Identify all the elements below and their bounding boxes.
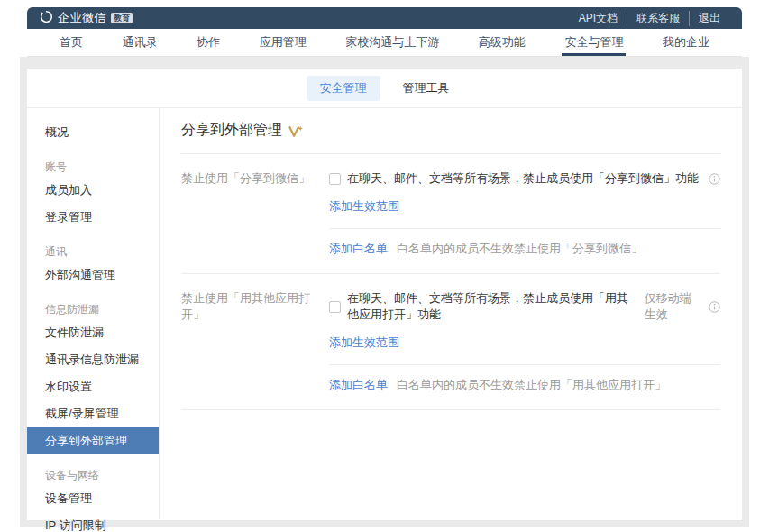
nav-school-communication[interactable]: 家校沟通与上下游 [345, 29, 439, 56]
sidebar-item-member-join[interactable]: 成员加入 [27, 177, 159, 204]
section-share-to-wechat: 禁止使用「分享到微信」 在聊天、邮件、文档等所有场景，禁止成员使用「分享到微信」… [181, 154, 720, 274]
logo-text: 企业微信 [58, 10, 106, 26]
divider [181, 409, 720, 410]
topbar: 企业微信 教育 API文档 联系客服 退出 [27, 7, 742, 29]
subtab-bar: 安全管理 管理工具 [27, 69, 742, 108]
add-effective-scope-link[interactable]: 添加生效范围 [329, 335, 399, 351]
nav-advanced-features[interactable]: 高级功能 [479, 29, 526, 56]
tab-management-tools[interactable]: 管理工具 [389, 76, 463, 101]
content-card: 安全管理 管理工具 概况 账号 成员加入 登录管理 通讯 外部沟通管理 信息防泄… [27, 69, 742, 520]
sidebar-group-account: 账号 [27, 154, 159, 177]
sidebar-group-device-network: 设备与网络 [27, 463, 159, 485]
sidebar: 概况 账号 成员加入 登录管理 通讯 外部沟通管理 信息防泄漏 文件防泄漏 通讯… [27, 108, 160, 519]
nav-my-company[interactable]: 我的企业 [663, 29, 709, 56]
whitelist-description: 白名单内的成员不生效禁止使用「分享到微信」 [397, 241, 643, 257]
sidebar-item-device-management[interactable]: 设备管理 [27, 485, 159, 512]
nav-app-management[interactable]: 应用管理 [260, 29, 307, 56]
tab-security-management[interactable]: 安全管理 [307, 76, 380, 101]
logout-link[interactable]: 退出 [689, 11, 729, 26]
nav-collaboration[interactable]: 协作 [197, 29, 220, 56]
topbar-links: API文档 联系客服 退出 [570, 11, 729, 26]
contact-support-link[interactable]: 联系客服 [627, 11, 689, 26]
sidebar-item-external-share-management[interactable]: 分享到外部管理 [27, 427, 159, 454]
checkbox-label: 在聊天、邮件、文档等所有场景，禁止成员使用「分享到微信」功能 [347, 170, 699, 187]
add-whitelist-link[interactable]: 添加白名单 [329, 241, 388, 257]
main-content: 分享到外部管理 禁止使用「分享到微信」 在聊天、邮件、文档等所有场景，禁止成员使 [160, 108, 742, 519]
nav-home[interactable]: 首页 [60, 29, 83, 56]
sidebar-item-watermark-settings[interactable]: 水印设置 [27, 373, 159, 400]
prohibit-share-to-wechat-checkbox[interactable] [329, 173, 341, 185]
sidebar-item-screenshot-management[interactable]: 截屏/录屏管理 [27, 400, 159, 427]
premium-v-icon [288, 125, 303, 138]
page-title: 分享到外部管理 [181, 121, 282, 140]
divider [329, 364, 720, 365]
add-effective-scope-link[interactable]: 添加生效范围 [329, 198, 399, 215]
add-whitelist-link[interactable]: 添加白名单 [329, 377, 388, 393]
whitelist-description: 白名单内的成员不生效禁止使用「用其他应用打开」 [397, 377, 666, 393]
wework-logo[interactable]: 企业微信 教育 [40, 10, 133, 27]
api-docs-link[interactable]: API文档 [570, 11, 627, 26]
mobile-only-note: 仅移动端生效 [645, 290, 699, 323]
info-icon[interactable] [709, 301, 720, 313]
edu-badge: 教育 [111, 13, 133, 23]
section-label: 禁止使用「用其他应用打开」 [181, 290, 329, 351]
sidebar-group-info-leak-prevention: 信息防泄漏 [27, 297, 159, 319]
info-icon[interactable] [709, 173, 720, 185]
sidebar-item-contacts-leak-prevention[interactable]: 通讯录信息防泄漏 [27, 346, 159, 373]
sidebar-item-external-communication[interactable]: 外部沟通管理 [27, 261, 159, 289]
nav-contacts[interactable]: 通讯录 [123, 29, 158, 56]
nav-security-management[interactable]: 安全与管理 [564, 29, 623, 56]
divider [329, 228, 720, 229]
main-nav: 首页 通讯录 协作 应用管理 家校沟通与上下游 高级功能 安全与管理 我的企业 [27, 29, 742, 57]
section-label: 禁止使用「分享到微信」 [181, 170, 329, 215]
wework-bubble-icon [40, 10, 53, 27]
checkbox-label: 在聊天、邮件、文档等所有场景，禁止成员使用「用其他应用打开」功能 [347, 290, 636, 323]
sidebar-group-communication: 通讯 [27, 239, 159, 261]
section-open-with-other-apps: 禁止使用「用其他应用打开」 在聊天、邮件、文档等所有场景，禁止成员使用「用其他应… [181, 274, 720, 410]
sidebar-item-file-leak-prevention[interactable]: 文件防泄漏 [27, 319, 159, 346]
sidebar-item-ip-access-restriction[interactable]: IP 访问限制 [27, 512, 159, 532]
sidebar-item-overview[interactable]: 概况 [27, 119, 159, 146]
prohibit-open-with-other-apps-checkbox[interactable] [329, 301, 341, 313]
sidebar-item-login-management[interactable]: 登录管理 [27, 204, 159, 231]
